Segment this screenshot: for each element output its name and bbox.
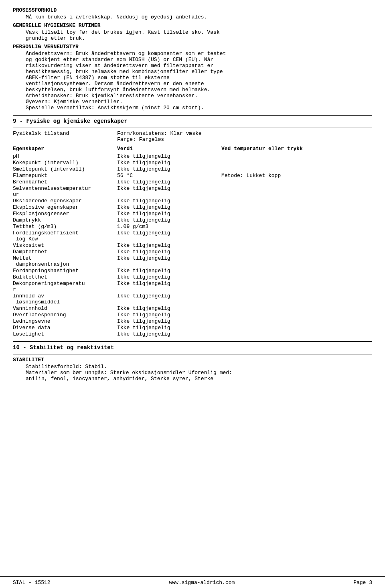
section10-divider-top [13, 341, 372, 342]
property-name: Viskositet [13, 242, 117, 248]
property-value: 56 °C [117, 173, 221, 179]
property-row: BrennbarhetIkke tilgjengelig [13, 179, 372, 185]
property-row: BulktetthetIkke tilgjengelig [13, 274, 372, 280]
property-note [221, 204, 372, 210]
property-name: Løselighet [13, 331, 117, 337]
property-value: Ikke tilgjengelig [117, 204, 221, 210]
physstate-block: Fysikalsk tilstand Form/konsistens: Klar… [13, 130, 372, 142]
property-value: Ikke tilgjengelig [117, 255, 221, 267]
section9-title: 9 - Fysiske og kjemiske egenskaper [13, 118, 372, 124]
page-footer: SIAL - 15512 www.sigma-aldrich.com Page … [0, 576, 385, 588]
property-note [221, 312, 372, 318]
property-name: Brennbarhet [13, 179, 117, 185]
property-row: LøselighetIkke tilgjengelig [13, 331, 372, 337]
property-row: Innhold av løsningsmiddelIkke tilgjengel… [13, 293, 372, 305]
footer-left: SIAL - 15512 [13, 580, 51, 586]
property-row: DamptrykkIkke tilgjengelig [13, 217, 372, 223]
property-note [221, 166, 372, 172]
section10-divider-bottom [13, 354, 372, 354]
personlig-intro2: og godkjent etter standarder som NIOSH (… [26, 57, 372, 63]
prosessforhold-section: PROSESSFORHOLD Må kun brukes i avtrekksk… [13, 7, 372, 20]
egenskaper-header: Egenskaper Verdi Ved temperatur eller tr… [13, 146, 372, 152]
property-value: Ikke tilgjengelig [117, 305, 221, 311]
stabilitet-text: Stabilitesforhold: Stabil. Materialer so… [13, 364, 372, 382]
property-note [221, 325, 372, 331]
property-row: Kokepunkt (intervall)Ikke tilgjengelig [13, 160, 372, 166]
property-name: Flammepunkt [13, 173, 117, 179]
footer-right: Page 3 [353, 580, 372, 586]
property-value: Ikke tilgjengelig [117, 268, 221, 274]
property-name: Tetthet (g/m3) [13, 224, 117, 230]
property-name: Mettet dampkonsentrasjon [13, 255, 117, 267]
stabilitet-section: STABILITET Stabilitesforhold: Stabil. Ma… [13, 357, 372, 382]
property-name: Eksplosive egenskaper [13, 204, 117, 210]
property-row: Smeltepunkt (intervall)Ikke tilgjengelig [13, 166, 372, 172]
physstate-label: Fysikalsk tilstand [13, 130, 117, 142]
personlig-body-line1: hensiktsmessig, bruk helmaske med kombin… [26, 69, 372, 75]
property-note [221, 331, 372, 337]
personlig-body-line7: Spesielle vernetiltak: Ansiktsskjerm (mi… [26, 105, 372, 111]
property-note [221, 179, 372, 185]
property-row: DekomponeringstemperaturIkke tilgjengeli… [13, 281, 372, 293]
property-value: Ikke tilgjengelig [117, 249, 221, 255]
physstate-values: Form/konsistens: Klar væske Farge: Farge… [117, 130, 372, 142]
property-value: Ikke tilgjengelig [117, 312, 221, 318]
stabilitet-line1: Materialer som bør unngås: Sterke oksida… [26, 370, 372, 376]
property-note [221, 242, 372, 248]
section10-title: 10 - Stabilitet og reaktivitet [13, 344, 372, 351]
property-value: Ikke tilgjengelig [117, 242, 221, 248]
generelle-line1: Vask tilsølt tøy før det brukes igjen. K… [26, 29, 372, 35]
generelle-section: GENERELLE HYGIENISKE RUTINER Vask tilsøl… [13, 22, 372, 41]
property-note [221, 318, 372, 324]
main-content: PROSESSFORHOLD Må kun brukes i avtrekksk… [13, 7, 372, 400]
prosessforhold-text: Må kun brukes i avtrekkskap. Nøddusj og … [13, 14, 372, 20]
property-note [221, 255, 372, 267]
property-row: FordampningshastighetIkke tilgjengelig [13, 268, 372, 274]
stabilitet-line0: Stabilitesforhold: Stabil. [26, 364, 372, 370]
personlig-body-line5: Arbeidshansker: Bruk kjemikalieresistent… [26, 93, 372, 99]
property-note [221, 153, 372, 159]
property-value: Ikke tilgjengelig [117, 166, 221, 172]
generelle-line2: grundig etter bruk. [26, 35, 372, 41]
property-name: Diverse data [13, 325, 117, 331]
personlig-section: PERSONLIG VERNEUTSTYR Åndedrettsvern: Br… [13, 44, 372, 111]
section9-divider-bottom [13, 128, 372, 128]
property-row: Flammepunkt56 °CMetode: Lukket kopp [13, 173, 372, 179]
property-name: Overflatespenning [13, 312, 117, 318]
property-value: Ikke tilgjengelig [117, 318, 221, 324]
property-name: Fordampningshastighet [13, 268, 117, 274]
property-note [221, 305, 372, 311]
property-note [221, 198, 372, 204]
personlig-intro: Åndedrettsvern: Bruk åndedrettsvern og k… [26, 51, 372, 57]
property-value: 1.09 g/cm3 [117, 224, 221, 230]
personlig-body-line0: risikovurdering viser at åndedrettsvern … [26, 63, 372, 69]
physstate-row: Fysikalsk tilstand Form/konsistens: Klar… [13, 130, 372, 142]
property-row: Oksiderende egenskaperIkke tilgjengelig [13, 198, 372, 204]
property-name: Damptrykk [13, 217, 117, 223]
property-note [221, 281, 372, 293]
property-note: Metode: Lukket kopp [221, 173, 372, 179]
property-row: Diverse dataIkke tilgjengelig [13, 325, 372, 331]
personlig-body-line2: ABEK-filter (EN 14387) som støtte til ek… [26, 75, 372, 81]
property-row: LedningsevneIkke tilgjengelig [13, 318, 372, 324]
property-note [221, 268, 372, 274]
property-name: Kokepunkt (intervall) [13, 160, 117, 166]
property-row: ViskositetIkke tilgjengelig [13, 242, 372, 248]
property-name: Bulktetthet [13, 274, 117, 280]
property-value: Ikke tilgjengelig [117, 331, 221, 337]
property-row: EksplosjonsgrenserIkke tilgjengelig [13, 211, 372, 217]
egenskaper-col2-header: Verdi [117, 146, 221, 152]
property-note [221, 249, 372, 255]
footer-center: www.sigma-aldrich.com [169, 580, 235, 586]
property-note [221, 293, 372, 305]
property-row: SelvantennelsestemperatururIkke tilgjeng… [13, 185, 372, 197]
property-value: Ikke tilgjengelig [117, 185, 221, 197]
properties-table: pHIkke tilgjengeligKokepunkt (intervall)… [13, 153, 372, 337]
property-name: Damptetthet [13, 249, 117, 255]
property-value: Ikke tilgjengelig [117, 179, 221, 185]
egenskaper-col3-header: Ved temperatur eller trykk [221, 146, 372, 152]
property-name: Selvantennelsestemperaturur [13, 185, 117, 197]
property-note [221, 211, 372, 217]
property-row: pHIkke tilgjengelig [13, 153, 372, 159]
physstate-farge: Farge: Fargeløs [117, 136, 372, 142]
